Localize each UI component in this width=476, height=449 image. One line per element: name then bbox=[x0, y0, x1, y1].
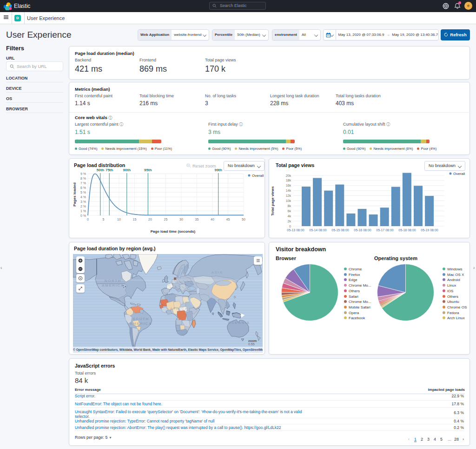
svg-text:05-17 08:00: 05-17 08:00 bbox=[376, 228, 393, 232]
svg-text:05-14 08:00: 05-14 08:00 bbox=[309, 228, 326, 232]
svg-text:0: 0 bbox=[289, 225, 291, 228]
svg-text:Page load time (seconds): Page load time (seconds) bbox=[151, 229, 196, 234]
svg-text:30: 30 bbox=[179, 218, 183, 221]
svg-text:0: 0 bbox=[87, 218, 89, 221]
svg-text:14k: 14k bbox=[286, 189, 291, 192]
svg-text:90th: 90th bbox=[123, 168, 131, 172]
svg-text:45: 45 bbox=[226, 218, 230, 221]
svg-text:0 %: 0 % bbox=[80, 214, 86, 217]
svg-text:95th: 95th bbox=[144, 168, 152, 172]
svg-text:50th: 50th bbox=[97, 168, 105, 172]
svg-text:35: 35 bbox=[195, 218, 199, 221]
svg-text:50: 50 bbox=[242, 218, 245, 221]
svg-text:99th: 99th bbox=[214, 168, 222, 172]
svg-text:05-19 08:00: 05-19 08:00 bbox=[421, 228, 438, 232]
svg-text:10k: 10k bbox=[286, 199, 291, 202]
svg-text:3 %: 3 % bbox=[80, 200, 86, 203]
svg-text:ASIA: ASIA bbox=[211, 270, 223, 275]
svg-text:05-18 08:00: 05-18 08:00 bbox=[398, 228, 416, 232]
svg-text:4k: 4k bbox=[288, 214, 291, 218]
svg-text:6k: 6k bbox=[288, 209, 291, 213]
svg-text:05-15 08:00: 05-15 08:00 bbox=[331, 228, 349, 232]
svg-text:20k: 20k bbox=[286, 174, 291, 177]
svg-text:2k: 2k bbox=[288, 220, 291, 223]
svg-text:2 %: 2 % bbox=[80, 205, 86, 208]
svg-text:OCEANIA: OCEANIA bbox=[228, 321, 250, 325]
svg-text:18k: 18k bbox=[286, 179, 291, 182]
svg-text:Overall: Overall bbox=[453, 172, 465, 176]
svg-text:1 %: 1 % bbox=[80, 209, 86, 213]
svg-text:AFRICA: AFRICA bbox=[170, 307, 188, 311]
svg-text:4 %: 4 % bbox=[80, 195, 86, 199]
svg-text:25: 25 bbox=[164, 218, 168, 221]
svg-text:7 %: 7 % bbox=[80, 181, 86, 185]
svg-text:20: 20 bbox=[148, 218, 152, 221]
svg-text:Overall: Overall bbox=[252, 174, 264, 178]
svg-text:40: 40 bbox=[211, 218, 214, 221]
svg-text:AMERICA: AMERICA bbox=[130, 322, 152, 326]
svg-text:NORTH: NORTH bbox=[105, 279, 121, 283]
svg-text:Pages loaded: Pages loaded bbox=[73, 182, 77, 207]
svg-text:10: 10 bbox=[117, 218, 121, 221]
svg-text:15: 15 bbox=[133, 218, 137, 221]
svg-text:05-13 08:00: 05-13 08:00 bbox=[287, 228, 304, 232]
svg-text:8 %: 8 % bbox=[80, 177, 86, 180]
svg-text:AMERICA: AMERICA bbox=[102, 283, 124, 288]
svg-text:75th: 75th bbox=[106, 168, 113, 172]
svg-text:8k: 8k bbox=[288, 204, 291, 208]
svg-text:16k: 16k bbox=[286, 184, 291, 187]
svg-text:Total page views: Total page views bbox=[271, 186, 275, 216]
svg-text:5 %: 5 % bbox=[80, 191, 86, 194]
svg-text:SOUTH: SOUTH bbox=[132, 317, 149, 321]
svg-text:5: 5 bbox=[103, 218, 105, 221]
svg-text:6 %: 6 % bbox=[80, 186, 86, 189]
svg-text:9 %: 9 % bbox=[80, 172, 86, 175]
svg-text:05-16 08:00: 05-16 08:00 bbox=[354, 228, 371, 232]
svg-text:12k: 12k bbox=[286, 194, 291, 197]
